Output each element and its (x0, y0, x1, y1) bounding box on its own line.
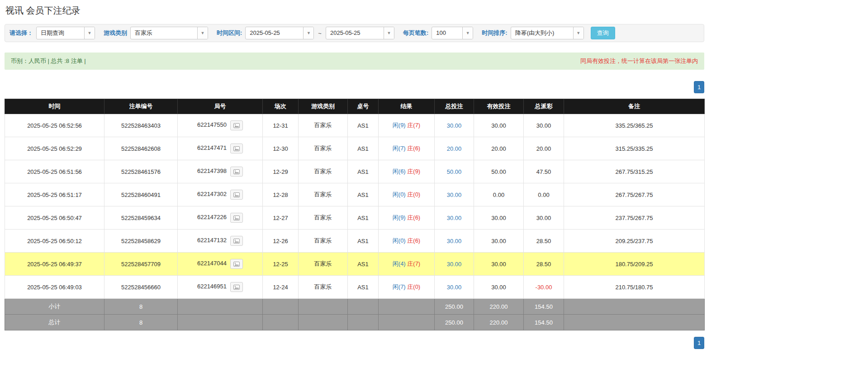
chevron-down-icon[interactable]: ▼ (462, 27, 473, 39)
remark-cell: 335.25/365.25 (564, 114, 705, 137)
total-bet-link[interactable]: 30.00 (447, 261, 462, 268)
bet-time-cell: 2025-05-25 06:50:47 (5, 206, 104, 230)
total-bet-link[interactable]: 30.00 (447, 191, 462, 198)
column-header-9: 总派彩 (524, 99, 564, 114)
round-cell: 622147398 (178, 160, 263, 183)
bet-time-cell: 2025-05-25 06:52:29 (5, 137, 104, 160)
query-type-label: 请选择： (9, 29, 33, 37)
bet-id-cell: 522528460491 (104, 183, 178, 206)
game-type-combo[interactable]: 百家乐 ▼ (130, 27, 208, 39)
table-row: 2025-05-25 06:52:56522528463403622147550… (5, 114, 705, 137)
column-header-5: 桌号 (348, 99, 379, 114)
table-no-cell: AS1 (348, 114, 379, 137)
remark-cell: 210.75/180.75 (564, 276, 705, 299)
session-cell: 12-29 (263, 160, 299, 183)
bet-id-cell: 522528461576 (104, 160, 178, 183)
footer-valid-bet: 220.00 (474, 299, 524, 315)
time-sort-combo[interactable]: 降幂(由大到小) ▼ (511, 27, 584, 39)
table-no-cell: AS1 (348, 230, 379, 253)
round-image-icon[interactable] (230, 213, 243, 223)
page-button-1[interactable]: 1 (694, 81, 704, 93)
chevron-down-icon[interactable]: ▼ (197, 27, 208, 39)
round-number: 622147132 (197, 237, 227, 244)
chevron-down-icon[interactable]: ▼ (384, 27, 394, 39)
game-type-cell: 百家乐 (299, 206, 348, 230)
page-size-combo[interactable]: 100 ▼ (432, 27, 473, 39)
footer-payout: 154.50 (524, 299, 564, 315)
session-cell: 12-26 (263, 230, 299, 253)
table-no-cell: AS1 (348, 183, 379, 206)
round-cell: 622146951 (178, 276, 263, 299)
table-row: 2025-05-25 06:49:03522528456660622146951… (5, 276, 705, 299)
round-image-icon[interactable] (230, 282, 243, 292)
total-bet-cell: 30.00 (435, 253, 474, 276)
result-banker: 庄(6) (407, 145, 420, 152)
column-header-3: 场次 (263, 99, 299, 114)
result-player: 闲(0) (393, 237, 406, 244)
round-image-icon[interactable] (230, 259, 243, 269)
footer-round (178, 315, 263, 330)
result-cell: 闲(9) 庄(7) (379, 114, 435, 137)
result-cell: 闲(0) 庄(0) (379, 183, 435, 206)
total-bet-link[interactable]: 30.00 (447, 122, 462, 129)
valid-bet-cell: 50.00 (474, 160, 524, 183)
session-cell: 12-27 (263, 206, 299, 230)
total-bet-link[interactable]: 30.00 (447, 238, 462, 244)
game-type-cell: 百家乐 (299, 230, 348, 253)
result-banker: 庄(0) (407, 283, 420, 290)
footer-game (299, 315, 348, 330)
summary-bar: 币别：人民币 | 总共 :8 注单 | 同局有效投注，统一计算在该局第一张注单内 (5, 53, 704, 70)
date-range-label: 时间区间: (217, 29, 242, 37)
total-bet-cell: 30.00 (435, 183, 474, 206)
round-image-icon[interactable] (230, 167, 243, 177)
result-player: 闲(7) (393, 283, 406, 290)
result-cell: 闲(7) 庄(0) (379, 276, 435, 299)
table-no-cell: AS1 (348, 160, 379, 183)
table-row: 2025-05-25 06:51:17522528460491622147302… (5, 183, 705, 206)
total-bet-link[interactable]: 50.00 (447, 168, 462, 175)
query-type-combo[interactable]: 日期查询 ▼ (36, 27, 95, 39)
footer-total-bet: 250.00 (435, 315, 474, 330)
valid-bet-cell: 30.00 (474, 114, 524, 137)
total-bet-link[interactable]: 20.00 (447, 145, 462, 152)
round-image-icon[interactable] (230, 236, 243, 246)
result-player: 闲(9) (393, 214, 406, 221)
table-body: 2025-05-25 06:52:56522528463403622147550… (5, 114, 705, 299)
column-header-8: 有效投注 (474, 99, 524, 114)
remark-cell: 267.75/267.75 (564, 183, 705, 206)
chevron-down-icon[interactable]: ▼ (84, 27, 95, 39)
game-type-cell: 百家乐 (299, 183, 348, 206)
footer-session (263, 299, 299, 315)
round-image-icon[interactable] (230, 120, 243, 130)
round-image-icon[interactable] (230, 144, 243, 153)
round-number: 622147044 (197, 260, 227, 267)
footer-count: 8 (104, 299, 178, 315)
bet-id-cell: 522528463403 (104, 114, 178, 137)
table-row: 2025-05-25 06:51:56522528461576622147398… (5, 160, 705, 183)
total-bet-cell: 30.00 (435, 230, 474, 253)
bet-time-cell: 2025-05-25 06:49:03 (5, 276, 104, 299)
range-separator: ~ (318, 30, 322, 37)
remark-cell: 267.75/315.25 (564, 160, 705, 183)
round-image-icon[interactable] (230, 190, 243, 200)
chevron-down-icon[interactable]: ▼ (573, 27, 583, 39)
date-to-combo[interactable]: 2025-05-25 ▼ (326, 27, 394, 39)
page-size-label: 每页笔数: (403, 29, 428, 37)
total-bet-link[interactable]: 30.00 (447, 215, 462, 221)
valid-bet-cell: 30.00 (474, 230, 524, 253)
chevron-down-icon[interactable]: ▼ (303, 27, 313, 39)
total-bet-link[interactable]: 30.00 (447, 284, 462, 291)
subtotal-row: 小计8250.00220.00154.50 (5, 299, 705, 315)
filter-bar: 请选择： 日期查询 ▼ 游戏类别 百家乐 ▼ 时间区间: 2025-05-25 … (5, 24, 704, 42)
result-cell: 闲(7) 庄(6) (379, 137, 435, 160)
page-button-1[interactable]: 1 (694, 337, 704, 349)
footer-session (263, 315, 299, 330)
search-button[interactable]: 查询 (591, 27, 615, 39)
bet-time-cell: 2025-05-25 06:51:17 (5, 183, 104, 206)
date-from-combo[interactable]: 2025-05-25 ▼ (245, 27, 314, 39)
total-bet-cell: 30.00 (435, 206, 474, 230)
footer-table (348, 299, 379, 315)
payout-cell: 30.00 (524, 114, 564, 137)
session-cell: 12-25 (263, 253, 299, 276)
bet-id-cell: 522528459634 (104, 206, 178, 230)
